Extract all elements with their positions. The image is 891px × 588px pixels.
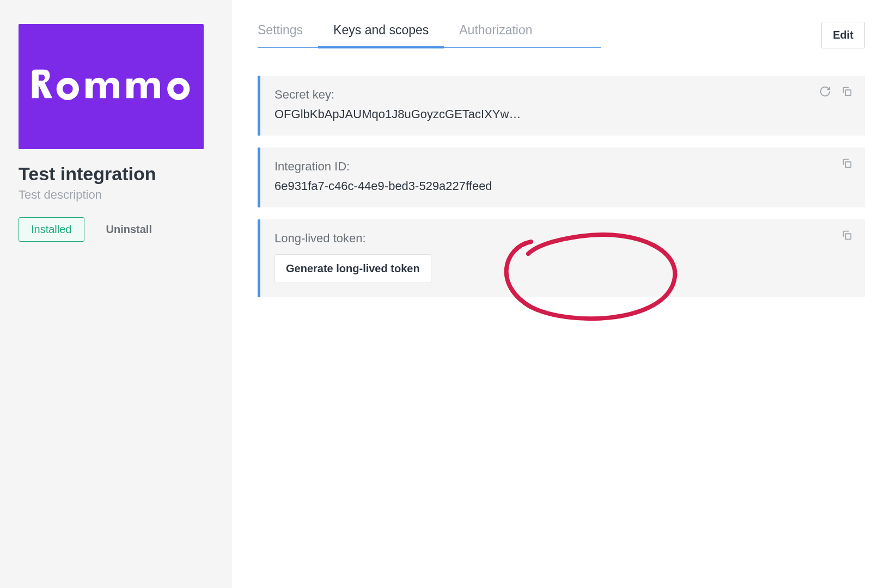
copy-icon[interactable] [841,229,853,241]
main-panel: Settings Keys and scopes Authorization E… [231,0,891,588]
installed-badge: Installed [19,217,84,242]
tabs: Settings Keys and scopes Authorization [258,23,601,48]
integration-id-label: Integration ID: [274,160,851,174]
generate-long-lived-token-button[interactable]: Generate long-lived token [274,254,431,283]
long-lived-token-label: Long-lived token: [274,231,851,246]
integration-title: Test integration [19,163,212,185]
integration-id-card: Integration ID: 6e931fa7-c46c-44e9-bed3-… [258,148,865,207]
svg-rect-6 [845,234,851,239]
long-lived-token-card: Long-lived token: Generate long-lived to… [258,219,865,297]
edit-button[interactable]: Edit [821,22,865,48]
svg-rect-4 [845,90,851,95]
integration-id-value: 6e931fa7-c46c-44e9-bed3-529a227ffeed [274,179,851,193]
svg-point-1 [63,83,73,94]
copy-icon[interactable] [841,85,853,97]
tab-settings[interactable]: Settings [258,23,318,47]
secret-key-value: OFGlbKbApJAUMqo1J8uGoyzcGETacIXYw… [274,107,851,121]
sidebar: Test integration Test description Instal… [0,0,231,588]
refresh-icon[interactable] [819,85,831,97]
svg-point-3 [173,83,184,94]
tab-keys-and-scopes[interactable]: Keys and scopes [318,23,444,47]
secret-key-card: Secret key: OFGlbKbApJAUMqo1J8uGoyzcGETa… [258,76,865,136]
integration-logo [19,24,204,149]
kommo-logo-icon [29,66,193,107]
integration-description: Test description [19,188,212,202]
copy-icon[interactable] [841,157,853,169]
tab-authorization[interactable]: Authorization [444,23,547,47]
uninstall-link[interactable]: Uninstall [106,223,152,236]
svg-rect-5 [845,162,851,167]
secret-key-label: Secret key: [274,88,851,102]
